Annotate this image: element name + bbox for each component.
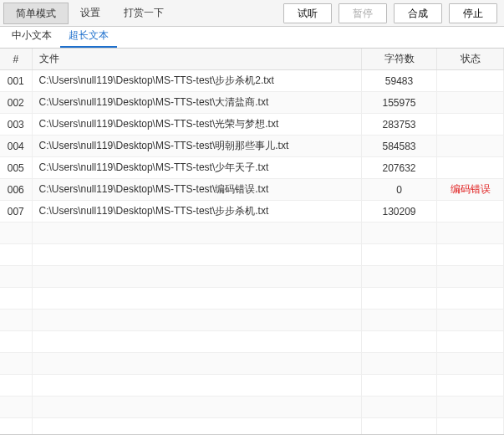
sub-tab-bar: 中小文本超长文本 [0, 27, 504, 49]
sub-tab-0[interactable]: 中小文本 [3, 25, 60, 48]
cell-empty [32, 244, 362, 266]
cell-empty [362, 266, 437, 288]
table-row-empty [0, 266, 504, 288]
cell-empty [362, 353, 437, 375]
table-row[interactable]: 001C:\Users\null119\Desktop\MS-TTS-test\… [0, 70, 504, 92]
cell-empty [362, 397, 437, 418]
cell-status [437, 70, 504, 92]
cell-file: C:\Users\null119\Desktop\MS-TTS-test\光荣与… [32, 114, 362, 136]
cell-index: 003 [0, 114, 32, 136]
header-file[interactable]: 文件 [32, 49, 362, 70]
cell-index: 007 [0, 201, 32, 223]
toolbar-right-group: 试听暂停合成停止 [283, 3, 501, 23]
cell-empty [0, 331, 32, 353]
cell-index: 001 [0, 70, 32, 92]
cell-empty [32, 397, 362, 418]
mode-tab-0[interactable]: 简单模式 [3, 3, 69, 24]
table-row-empty [0, 375, 504, 397]
cell-empty [32, 375, 362, 397]
cell-empty [362, 331, 437, 353]
cell-index: 002 [0, 92, 32, 114]
cell-empty [437, 331, 504, 353]
cell-empty [437, 310, 504, 331]
cell-chars: 130209 [362, 201, 437, 223]
cell-empty [32, 310, 362, 331]
cell-index: 005 [0, 157, 32, 179]
cell-status [437, 157, 504, 179]
toolbar-left-group: 简单模式设置打赏一下 [3, 3, 176, 24]
table-row[interactable]: 003C:\Users\null119\Desktop\MS-TTS-test\… [0, 114, 504, 136]
action-button-3[interactable]: 停止 [449, 3, 497, 23]
cell-empty [437, 266, 504, 288]
table-row[interactable]: 002C:\Users\null119\Desktop\MS-TTS-test\… [0, 92, 504, 114]
mode-tab-2[interactable]: 打赏一下 [112, 3, 176, 24]
cell-empty [437, 288, 504, 310]
cell-chars: 0 [362, 179, 437, 201]
main-toolbar: 简单模式设置打赏一下 试听暂停合成停止 [0, 0, 504, 27]
cell-empty [0, 418, 32, 436]
cell-empty [0, 244, 32, 266]
cell-empty [32, 418, 362, 436]
action-button-2[interactable]: 合成 [394, 3, 442, 23]
cell-chars: 584583 [362, 136, 437, 157]
header-status[interactable]: 状态 [437, 49, 504, 70]
cell-status [437, 114, 504, 136]
mode-tab-1[interactable]: 设置 [69, 3, 112, 24]
table-row[interactable]: 004C:\Users\null119\Desktop\MS-TTS-test\… [0, 136, 504, 157]
cell-empty [362, 375, 437, 397]
cell-empty [437, 375, 504, 397]
table-row-empty [0, 331, 504, 353]
cell-index: 006 [0, 179, 32, 201]
table-row[interactable]: 005C:\Users\null119\Desktop\MS-TTS-test\… [0, 157, 504, 179]
cell-chars: 207632 [362, 157, 437, 179]
cell-empty [437, 397, 504, 418]
table-header-row: # 文件 字符数 状态 [0, 49, 504, 70]
table-row[interactable]: 006C:\Users\null119\Desktop\MS-TTS-test\… [0, 179, 504, 201]
cell-index: 004 [0, 136, 32, 157]
cell-chars: 283753 [362, 114, 437, 136]
table-row-empty [0, 223, 504, 244]
sub-tab-1[interactable]: 超长文本 [60, 25, 117, 48]
cell-empty [362, 223, 437, 244]
cell-file: C:\Users\null119\Desktop\MS-TTS-test\大清盐… [32, 92, 362, 114]
cell-empty [362, 288, 437, 310]
header-chars[interactable]: 字符数 [362, 49, 437, 70]
cell-empty [32, 223, 362, 244]
cell-status [437, 136, 504, 157]
table-row-empty [0, 353, 504, 375]
cell-empty [437, 418, 504, 436]
cell-file: C:\Users\null119\Desktop\MS-TTS-test\明朝那… [32, 136, 362, 157]
cell-empty [0, 397, 32, 418]
table-row-empty [0, 310, 504, 331]
action-button-0[interactable]: 试听 [283, 3, 332, 23]
cell-empty [362, 244, 437, 266]
cell-empty [0, 288, 32, 310]
cell-empty [0, 375, 32, 397]
table-row-empty [0, 397, 504, 418]
cell-empty [437, 223, 504, 244]
cell-chars: 59483 [362, 70, 437, 92]
cell-chars: 155975 [362, 92, 437, 114]
cell-file: C:\Users\null119\Desktop\MS-TTS-test\编码错… [32, 179, 362, 201]
cell-empty [32, 331, 362, 353]
cell-empty [362, 418, 437, 436]
cell-empty [437, 244, 504, 266]
table-row-empty [0, 418, 504, 436]
action-button-1[interactable]: 暂停 [339, 3, 387, 23]
cell-status [437, 201, 504, 223]
table-row[interactable]: 007C:\Users\null119\Desktop\MS-TTS-test\… [0, 201, 504, 223]
file-table-container[interactable]: # 文件 字符数 状态 001C:\Users\null119\Desktop\… [0, 49, 504, 435]
cell-empty [362, 310, 437, 331]
header-index[interactable]: # [0, 49, 32, 70]
cell-status: 编码错误 [437, 179, 504, 201]
table-row-empty [0, 244, 504, 266]
table-row-empty [0, 288, 504, 310]
cell-status [437, 92, 504, 114]
cell-empty [0, 310, 32, 331]
cell-file: C:\Users\null119\Desktop\MS-TTS-test\步步杀… [32, 201, 362, 223]
cell-file: C:\Users\null119\Desktop\MS-TTS-test\少年天… [32, 157, 362, 179]
cell-empty [0, 266, 32, 288]
cell-empty [32, 266, 362, 288]
cell-file: C:\Users\null119\Desktop\MS-TTS-test\步步杀… [32, 70, 362, 92]
cell-empty [0, 223, 32, 244]
